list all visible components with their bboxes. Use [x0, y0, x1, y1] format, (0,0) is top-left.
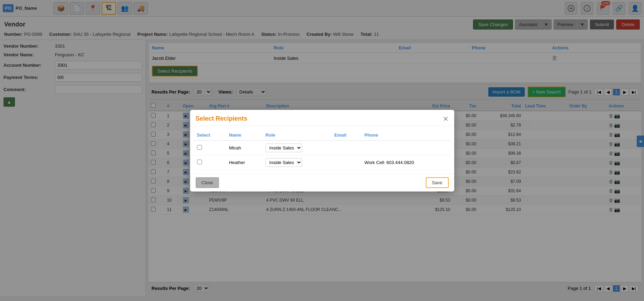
- modal-close-x-button[interactable]: ✕: [443, 115, 449, 123]
- modal-body: Select Name Role Email Phone Micah Insid…: [190, 126, 454, 173]
- modal-table: Select Name Role Email Phone Micah Insid…: [194, 130, 451, 170]
- modal-col-name: Name: [226, 130, 262, 141]
- modal-row-checkbox[interactable]: [197, 145, 202, 150]
- modal-footer: Close Save: [190, 173, 454, 192]
- modal-overlay: Select Recipients ✕ Select Name Role Ema…: [0, 0, 644, 296]
- modal-table-row: Micah Inside Sales: [194, 140, 451, 155]
- modal-col-role: Role: [262, 130, 331, 141]
- modal-row-checkbox[interactable]: [197, 160, 202, 164]
- modal-title: Select Recipients: [196, 115, 247, 122]
- modal-save-button[interactable]: Save: [426, 177, 449, 188]
- modal-row-role: Inside Sales: [262, 140, 331, 155]
- modal-row-role: Inside Sales: [262, 155, 331, 170]
- modal-col-phone: Phone: [361, 130, 450, 141]
- modal-role-select[interactable]: Inside Sales: [266, 158, 302, 167]
- select-recipients-modal: Select Recipients ✕ Select Name Role Ema…: [190, 110, 454, 192]
- modal-row-name: Micah: [226, 140, 262, 155]
- modal-row-phone: Work Cell: 603.444.0820: [361, 155, 450, 170]
- modal-row-phone: [361, 140, 450, 155]
- modal-row-email: [331, 155, 361, 170]
- modal-row-name: Heather: [226, 155, 262, 170]
- modal-table-row: Heather Inside Sales Work Cell: 603.444.…: [194, 155, 451, 170]
- modal-header: Select Recipients ✕: [190, 110, 454, 126]
- modal-col-email: Email: [331, 130, 361, 141]
- modal-col-select: Select: [194, 130, 226, 141]
- modal-close-button[interactable]: Close: [196, 177, 219, 188]
- modal-role-select[interactable]: Inside Sales: [266, 144, 302, 152]
- modal-row-email: [331, 140, 361, 155]
